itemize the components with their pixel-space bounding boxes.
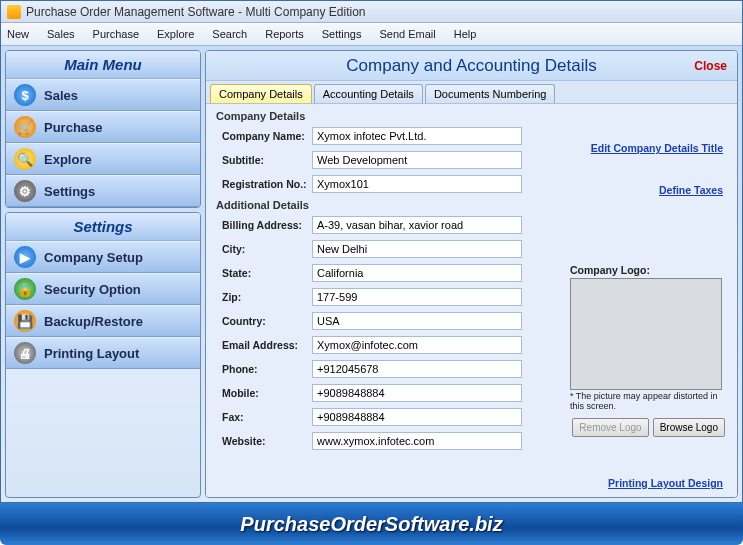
zip-input[interactable] <box>312 288 522 306</box>
menu-settings[interactable]: Settings <box>322 28 362 40</box>
menu-purchase[interactable]: Purchase <box>93 28 139 40</box>
side-links: Edit Company Details Title Define Taxes <box>591 142 723 226</box>
main-menu-panel: Main Menu $Sales🛒Purchase🔍Explore⚙Settin… <box>5 50 201 208</box>
main-menu-header: Main Menu <box>6 51 200 79</box>
tab-accounting-details[interactable]: Accounting Details <box>314 84 423 103</box>
menubar: New Sales Purchase Explore Search Report… <box>1 23 742 46</box>
tabs: Company DetailsAccounting DetailsDocumen… <box>206 81 737 103</box>
app-window: Purchase Order Management Software - Mul… <box>0 0 743 503</box>
email-label: Email Address: <box>214 339 312 351</box>
form-area: Company Details Company Name:Subtitle:Re… <box>206 103 737 497</box>
country-label: Country: <box>214 315 312 327</box>
menu-search[interactable]: Search <box>212 28 247 40</box>
city-label: City: <box>214 243 312 255</box>
website-input[interactable] <box>312 432 522 450</box>
sidebar-item-label: Security Option <box>44 282 141 297</box>
browse-logo-button[interactable]: Browse Logo <box>653 418 725 437</box>
menu-help[interactable]: Help <box>454 28 477 40</box>
company-logo-label: Company Logo: <box>570 264 725 276</box>
edit-company-title-link[interactable]: Edit Company Details Title <box>591 142 723 154</box>
workspace: Main Menu $Sales🛒Purchase🔍Explore⚙Settin… <box>1 46 742 502</box>
fax-label: Fax: <box>214 411 312 423</box>
billing-input[interactable] <box>312 216 522 234</box>
titlebar: Purchase Order Management Software - Mul… <box>1 1 742 23</box>
website-label: Website: <box>214 435 312 447</box>
sidebar-item-company-setup[interactable]: ▶Company Setup <box>6 241 200 273</box>
zip-label: Zip: <box>214 291 312 303</box>
mobile-input[interactable] <box>312 384 522 402</box>
fax-input[interactable] <box>312 408 522 426</box>
company-logo-panel: Company Logo: * The picture may appear d… <box>570 264 725 437</box>
sidebar-item-label: Company Setup <box>44 250 143 265</box>
close-button[interactable]: Close <box>694 59 727 73</box>
phone-label: Phone: <box>214 363 312 375</box>
company-setup-icon: ▶ <box>14 246 36 268</box>
security-option-icon: 🔒 <box>14 278 36 300</box>
sidebar-item-settings[interactable]: ⚙Settings <box>6 175 200 207</box>
company-logo-note: * The picture may appear distorted in th… <box>570 392 725 412</box>
menu-sendemail[interactable]: Send Email <box>379 28 435 40</box>
settings-panel: Settings ▶Company Setup🔒Security Option💾… <box>5 212 201 498</box>
app-icon <box>7 5 21 19</box>
email-input[interactable] <box>312 336 522 354</box>
regNo-input[interactable] <box>312 175 522 193</box>
sidebar-item-label: Settings <box>44 184 95 199</box>
regNo-label: Registration No.: <box>214 178 312 190</box>
menu-reports[interactable]: Reports <box>265 28 304 40</box>
footer-banner: PurchaseOrderSoftware.biz <box>0 503 743 545</box>
phone-input[interactable] <box>312 360 522 378</box>
content-title: Company and Accounting Details <box>346 56 596 76</box>
footer-text: PurchaseOrderSoftware.biz <box>240 513 502 536</box>
printing-layout-icon: 🖨 <box>14 342 36 364</box>
country-input[interactable] <box>312 312 522 330</box>
settings-icon: ⚙ <box>14 180 36 202</box>
companyName-input[interactable] <box>312 127 522 145</box>
subtitle-label: Subtitle: <box>214 154 312 166</box>
window-title: Purchase Order Management Software - Mul… <box>26 5 366 19</box>
tab-documents-numbering[interactable]: Documents Numbering <box>425 84 556 103</box>
menu-sales[interactable]: Sales <box>47 28 75 40</box>
companyName-label: Company Name: <box>214 130 312 142</box>
sidebar-item-label: Backup/Restore <box>44 314 143 329</box>
purchase-icon: 🛒 <box>14 116 36 138</box>
sidebar-item-explore[interactable]: 🔍Explore <box>6 143 200 175</box>
printing-layout-link[interactable]: Printing Layout Design <box>608 477 723 489</box>
subtitle-input[interactable] <box>312 151 522 169</box>
mobile-label: Mobile: <box>214 387 312 399</box>
menu-new[interactable]: New <box>7 28 29 40</box>
sidebar-item-sales[interactable]: $Sales <box>6 79 200 111</box>
content-panel: Company and Accounting Details Close Com… <box>205 50 738 498</box>
sidebar-item-security-option[interactable]: 🔒Security Option <box>6 273 200 305</box>
company-logo-box <box>570 278 722 390</box>
company-details-label: Company Details <box>216 110 729 122</box>
sidebar-item-label: Purchase <box>44 120 103 135</box>
state-label: State: <box>214 267 312 279</box>
backup-restore-icon: 💾 <box>14 310 36 332</box>
sales-icon: $ <box>14 84 36 106</box>
sidebar-item-backup-restore[interactable]: 💾Backup/Restore <box>6 305 200 337</box>
settings-header: Settings <box>6 213 200 241</box>
sidebar-item-label: Explore <box>44 152 92 167</box>
define-taxes-link[interactable]: Define Taxes <box>591 184 723 196</box>
tab-company-details[interactable]: Company Details <box>210 84 312 103</box>
menu-explore[interactable]: Explore <box>157 28 194 40</box>
sidebar-item-purchase[interactable]: 🛒Purchase <box>6 111 200 143</box>
content-title-bar: Company and Accounting Details Close <box>206 51 737 81</box>
explore-icon: 🔍 <box>14 148 36 170</box>
sidebar-item-label: Printing Layout <box>44 346 139 361</box>
sidebar: Main Menu $Sales🛒Purchase🔍Explore⚙Settin… <box>5 50 201 498</box>
sidebar-item-label: Sales <box>44 88 78 103</box>
state-input[interactable] <box>312 264 522 282</box>
sidebar-item-printing-layout[interactable]: 🖨Printing Layout <box>6 337 200 369</box>
billing-label: Billing Address: <box>214 219 312 231</box>
remove-logo-button[interactable]: Remove Logo <box>572 418 648 437</box>
city-input[interactable] <box>312 240 522 258</box>
